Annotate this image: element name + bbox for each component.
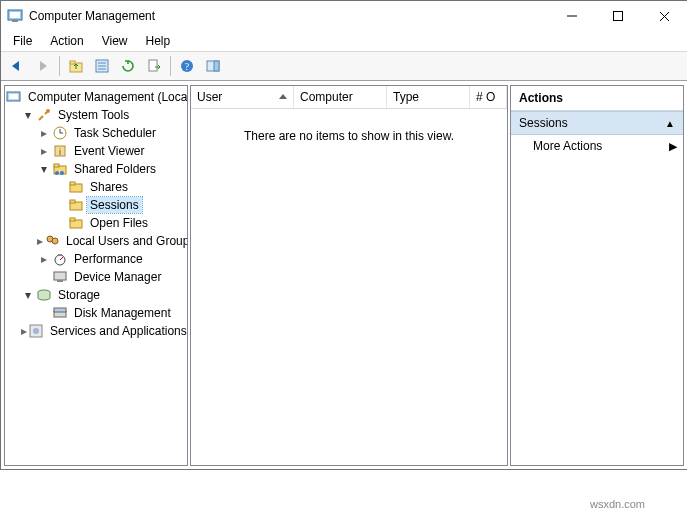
expand-icon[interactable]: ▾ xyxy=(21,108,35,122)
node-label: Storage xyxy=(55,287,103,303)
help-button[interactable]: ? xyxy=(175,54,199,78)
node-disk-management[interactable]: Disk Management xyxy=(37,304,187,322)
node-shares[interactable]: Shares xyxy=(53,178,187,196)
expand-icon[interactable]: ▸ xyxy=(37,252,51,266)
shared-folder-icon xyxy=(52,161,68,177)
column-computer[interactable]: Computer xyxy=(294,86,387,108)
svg-rect-1 xyxy=(10,12,20,18)
node-label: Performance xyxy=(71,251,146,267)
minimize-button[interactable] xyxy=(549,1,595,31)
more-actions[interactable]: More Actions ▶ xyxy=(511,135,683,157)
svg-text:?: ? xyxy=(185,61,190,72)
tools-icon xyxy=(36,107,52,123)
content-body: Computer Management (Local) ▾ System Too… xyxy=(1,81,687,469)
maximize-button[interactable] xyxy=(595,1,641,31)
node-label: Task Scheduler xyxy=(71,125,159,141)
node-label: Computer Management (Local) xyxy=(25,89,187,105)
svg-rect-29 xyxy=(70,182,75,185)
column-user[interactable]: User xyxy=(191,86,294,108)
svg-rect-4 xyxy=(614,12,623,21)
menu-bar: File Action View Help xyxy=(1,31,687,52)
node-label: Shares xyxy=(87,179,131,195)
svg-point-44 xyxy=(33,328,39,334)
svg-rect-8 xyxy=(70,61,75,64)
column-opens[interactable]: # O xyxy=(470,86,507,108)
node-open-files[interactable]: Open Files xyxy=(53,214,187,232)
collapse-icon: ▲ xyxy=(665,118,675,129)
node-label: System Tools xyxy=(55,107,132,123)
export-button[interactable] xyxy=(142,54,166,78)
menu-help[interactable]: Help xyxy=(138,32,179,50)
tree-root: Computer Management (Local) ▾ System Too… xyxy=(5,88,187,340)
node-local-users[interactable]: ▸Local Users and Groups xyxy=(37,232,187,250)
node-label: Device Manager xyxy=(71,269,164,285)
node-label: Shared Folders xyxy=(71,161,159,177)
svg-rect-31 xyxy=(70,200,75,203)
list-header: User Computer Type # O xyxy=(191,86,507,109)
disk-icon xyxy=(52,305,68,321)
svg-rect-2 xyxy=(12,20,18,22)
tree-scroll[interactable]: Computer Management (Local) ▾ System Too… xyxy=(5,88,187,463)
menu-file[interactable]: File xyxy=(5,32,40,50)
more-actions-label: More Actions xyxy=(533,139,602,153)
folder-icon xyxy=(68,197,84,213)
services-icon xyxy=(28,323,44,339)
expand-icon[interactable]: ▸ xyxy=(37,234,43,248)
node-label: Open Files xyxy=(87,215,151,231)
forward-button[interactable] xyxy=(31,54,55,78)
list-pane: User Computer Type # O There are no item… xyxy=(190,85,508,466)
toolbar: ? xyxy=(1,52,687,81)
svg-rect-17 xyxy=(214,61,219,71)
actions-context[interactable]: Sessions ▲ xyxy=(511,111,683,135)
list-body[interactable]: There are no items to show in this view. xyxy=(191,109,507,465)
up-button[interactable] xyxy=(64,54,88,78)
actions-title: Actions xyxy=(511,86,683,111)
menu-action[interactable]: Action xyxy=(42,32,91,50)
menu-view[interactable]: View xyxy=(94,32,136,50)
svg-rect-33 xyxy=(70,218,75,221)
show-hide-pane-button[interactable] xyxy=(201,54,225,78)
close-button[interactable] xyxy=(641,1,687,31)
node-performance[interactable]: ▸Performance xyxy=(37,250,187,268)
svg-rect-37 xyxy=(58,254,62,256)
node-device-manager[interactable]: Device Manager xyxy=(37,268,187,286)
properties-button[interactable] xyxy=(90,54,114,78)
expand-icon[interactable]: ▸ xyxy=(21,324,27,338)
tree-pane: Computer Management (Local) ▾ System Too… xyxy=(4,85,188,466)
node-storage[interactable]: ▾Storage xyxy=(21,286,187,304)
toolbar-divider xyxy=(59,56,60,76)
node-label: Sessions xyxy=(87,197,142,213)
node-label: Local Users and Groups xyxy=(63,233,187,249)
window-controls xyxy=(549,1,687,31)
svg-rect-13 xyxy=(149,60,157,71)
refresh-button[interactable] xyxy=(116,54,140,78)
app-icon xyxy=(7,8,23,24)
expand-icon[interactable]: ▸ xyxy=(37,144,51,158)
storage-icon xyxy=(36,287,52,303)
expand-icon[interactable]: ▸ xyxy=(37,126,51,140)
svg-point-27 xyxy=(60,171,64,175)
column-type[interactable]: Type xyxy=(387,86,470,108)
node-sessions[interactable]: Sessions xyxy=(53,196,187,214)
node-system-tools[interactable]: ▾ System Tools xyxy=(21,106,187,124)
window-title: Computer Management xyxy=(29,9,549,23)
node-computer-management[interactable]: Computer Management (Local) xyxy=(5,88,187,106)
node-label: Event Viewer xyxy=(71,143,147,159)
node-shared-folders[interactable]: ▾Shared Folders xyxy=(37,160,187,178)
node-label: Disk Management xyxy=(71,305,174,321)
node-task-scheduler[interactable]: ▸Task Scheduler xyxy=(37,124,187,142)
svg-rect-39 xyxy=(57,280,63,282)
actions-pane: Actions Sessions ▲ More Actions ▶ xyxy=(510,85,684,466)
svg-point-35 xyxy=(52,238,58,244)
expand-icon[interactable]: ▾ xyxy=(21,288,35,302)
toolbar-divider xyxy=(170,56,171,76)
node-services-apps[interactable]: ▸Services and Applications xyxy=(21,322,187,340)
expand-icon[interactable]: ▾ xyxy=(37,162,51,176)
node-event-viewer[interactable]: ▸iEvent Viewer xyxy=(37,142,187,160)
back-button[interactable] xyxy=(5,54,29,78)
svg-text:i: i xyxy=(59,147,61,157)
svg-rect-38 xyxy=(54,272,66,280)
computer-management-window: Computer Management File Action View Hel… xyxy=(0,0,687,470)
submenu-icon: ▶ xyxy=(669,140,677,153)
empty-message: There are no items to show in this view. xyxy=(244,129,454,465)
